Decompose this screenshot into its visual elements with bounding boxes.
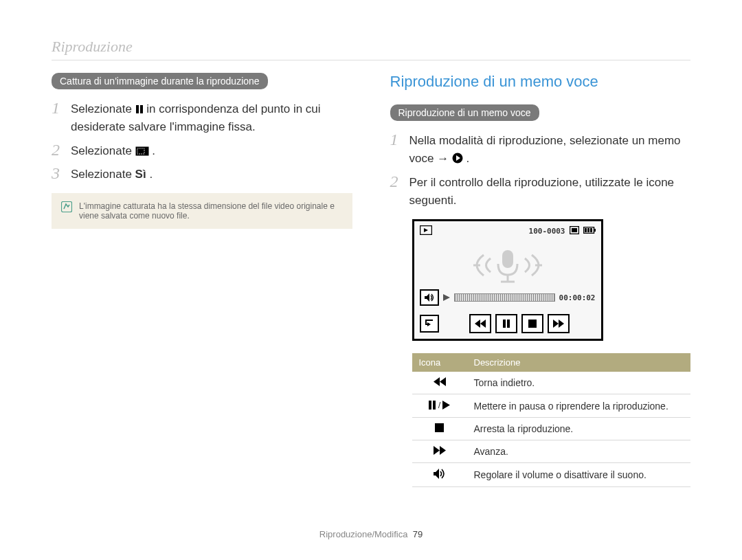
step: 3 Selezionate Sì . (52, 164, 352, 183)
voice-memo-graphic (414, 241, 601, 289)
pause-icon (135, 104, 144, 114)
rewind-button[interactable] (469, 314, 491, 333)
volume-icon (434, 470, 446, 481)
forward-button[interactable] (548, 314, 570, 333)
svg-rect-12 (594, 229, 596, 232)
svg-rect-13 (585, 228, 587, 232)
note-box: L'immagine catturata ha la stessa dimens… (52, 193, 352, 229)
step-number: 2 (390, 172, 403, 210)
step-text: Selezionate . (71, 141, 352, 160)
svg-rect-25 (507, 320, 510, 328)
svg-marker-29 (434, 377, 440, 386)
screen-progress-row: 00:00:02 (414, 289, 601, 310)
section-title-voice-memo: Riproduzione di un memo voce (390, 73, 691, 91)
note-icon (61, 201, 72, 221)
svg-marker-37 (434, 469, 439, 479)
device-screen: 100-0003 (412, 219, 603, 341)
step-number: 1 (52, 99, 64, 137)
svg-rect-4 (62, 202, 72, 212)
divider (52, 60, 690, 60)
progress-play-icon (443, 291, 450, 304)
step: 1 Selezionate in corrispondenza del punt… (52, 99, 352, 137)
back-button[interactable] (420, 315, 439, 333)
step-text: Selezionate Sì . (71, 164, 352, 183)
svg-marker-21 (427, 322, 431, 326)
progress-bar[interactable] (454, 293, 555, 302)
forward-icon (434, 446, 446, 457)
cell-icon (412, 418, 467, 440)
cell-desc: Avanza. (467, 440, 691, 463)
stop-button[interactable] (521, 314, 543, 333)
rewind-icon (434, 377, 446, 388)
th-icon: Icona (412, 353, 467, 372)
step: 2 Selezionate . (52, 141, 352, 160)
icon-description-table: Icona Descrizione Torna indietro. / (412, 353, 691, 487)
svg-marker-22 (475, 320, 480, 328)
svg-rect-34 (435, 423, 444, 432)
screen-status-right: 100-0003 (529, 226, 596, 236)
table-row: Regolare il volume o disattivare il suon… (412, 463, 691, 487)
pause-button[interactable] (495, 314, 517, 333)
play-circle-icon (452, 153, 463, 164)
table-header-row: Icona Descrizione (412, 353, 691, 372)
svg-marker-33 (442, 401, 450, 410)
stop-icon (435, 423, 444, 434)
steps-list-right: 1 Nella modalità di riproduzione, selezi… (390, 131, 691, 210)
playback-mode-icon (420, 225, 432, 237)
left-column: Cattura di un'immagine durante la riprod… (52, 73, 352, 515)
footer-section: Riproduzione/Modifica (319, 529, 408, 539)
svg-rect-14 (587, 228, 589, 232)
svg-rect-26 (528, 320, 537, 328)
cell-desc: Mettere in pausa o riprendere la riprodu… (467, 394, 691, 418)
step-text: Per il controllo della riproduzione, uti… (409, 172, 691, 210)
svg-rect-10 (572, 228, 577, 232)
pause-play-icon: / (429, 400, 451, 410)
svg-marker-36 (440, 446, 446, 455)
step-text: Selezionate in corrispondenza del punto … (71, 99, 352, 137)
subsection-pill-capture: Cattura di un'immagine durante la riprod… (52, 73, 268, 89)
page-header-title: Riproduzione (52, 38, 690, 56)
table-row: Avanza. (412, 440, 691, 463)
step: 2 Per il controllo della riproduzione, u… (390, 172, 691, 210)
svg-rect-31 (429, 401, 431, 410)
device-screen-illustration: 100-0003 (412, 219, 691, 341)
steps-list-left: 1 Selezionate in corrispondenza del punt… (52, 99, 352, 183)
note-text: L'immagine catturata ha la stessa dimens… (79, 201, 343, 221)
cell-desc: Arresta la riproduzione. (467, 418, 691, 440)
svg-rect-16 (502, 250, 513, 268)
svg-rect-32 (433, 401, 436, 410)
right-column: Riproduzione di un memo voce Riproduzion… (390, 73, 691, 515)
svg-rect-1 (140, 105, 143, 113)
cell-desc: Torna indietro. (467, 372, 691, 394)
crop-icon (135, 146, 149, 156)
screen-status-bar: 100-0003 (414, 221, 601, 241)
two-column-layout: Cattura di un'immagine durante la riprod… (52, 73, 690, 515)
step-number: 3 (52, 164, 64, 183)
memory-icon (570, 226, 579, 236)
cell-icon (412, 463, 467, 487)
svg-rect-0 (136, 105, 139, 113)
svg-rect-15 (590, 228, 592, 232)
page-footer: Riproduzione/Modifica 79 (52, 515, 690, 539)
svg-marker-35 (434, 446, 440, 455)
elapsed-time: 00:00:02 (559, 293, 596, 302)
file-counter: 100-0003 (529, 227, 565, 236)
cell-icon: / (412, 394, 467, 418)
svg-marker-28 (559, 320, 564, 328)
svg-marker-19 (425, 293, 429, 302)
th-description: Descrizione (467, 353, 691, 372)
volume-button[interactable] (420, 289, 439, 306)
cell-icon (412, 372, 467, 394)
table-row: Torna indietro. (412, 372, 691, 394)
screen-controls-row (414, 310, 601, 339)
svg-marker-27 (553, 320, 559, 328)
svg-rect-2 (135, 146, 148, 155)
svg-rect-24 (503, 320, 506, 328)
svg-marker-8 (424, 228, 428, 232)
page: Riproduzione Cattura di un'immagine dura… (0, 0, 742, 560)
step: 1 Nella modalità di riproduzione, selezi… (390, 131, 691, 168)
cell-desc: Regolare il volume o disattivare il suon… (467, 463, 691, 487)
step-number: 2 (52, 141, 64, 160)
svg-marker-20 (443, 294, 450, 301)
subsection-pill-voice-memo: Riproduzione di un memo voce (390, 104, 539, 121)
